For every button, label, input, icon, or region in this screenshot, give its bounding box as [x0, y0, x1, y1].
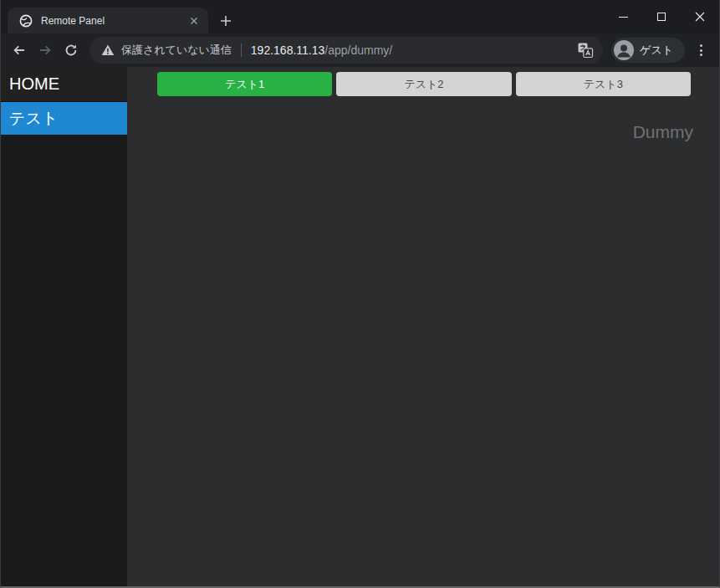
url-path: /app/dummy/: [324, 43, 392, 57]
minimize-icon: [619, 17, 628, 18]
browser-window: Remote Panel: [0, 0, 720, 588]
test-button-row: テスト1 テスト2 テスト3: [157, 72, 691, 96]
new-tab-button[interactable]: [215, 10, 237, 32]
sidebar: HOME テスト: [1, 67, 127, 586]
security-warning-icon[interactable]: [101, 43, 115, 57]
reload-icon: [64, 43, 79, 58]
test3-button[interactable]: テスト3: [516, 72, 691, 96]
sidebar-item-label: テスト: [9, 108, 58, 130]
titlebar: Remote Panel: [1, 0, 719, 33]
reload-button[interactable]: [59, 38, 83, 62]
maximize-button[interactable]: [642, 0, 681, 33]
test1-button[interactable]: テスト1: [157, 72, 332, 96]
minimize-button[interactable]: [604, 0, 642, 33]
window-controls: [604, 0, 719, 33]
url-text[interactable]: 192.168.11.13/app/dummy/: [251, 43, 569, 57]
dummy-watermark: Dummy: [127, 122, 693, 142]
profile-chip[interactable]: ゲスト: [611, 38, 685, 63]
url-host: 192.168.11.13: [251, 43, 325, 57]
address-bar[interactable]: 保護されていない通信 192.168.11.13/app/dummy/: [89, 37, 603, 64]
omnibox-divider: [241, 43, 242, 57]
close-icon: [695, 12, 705, 22]
tab-title: Remote Panel: [41, 15, 186, 27]
maximize-icon: [657, 13, 666, 21]
forward-icon: [38, 43, 53, 58]
translate-icon: [577, 42, 594, 59]
sidebar-item-home[interactable]: HOME: [1, 67, 127, 102]
test2-button[interactable]: テスト2: [336, 72, 511, 96]
person-icon: [614, 40, 634, 60]
sidebar-item-test[interactable]: テスト: [1, 102, 127, 135]
back-icon: [12, 43, 27, 58]
close-button[interactable]: [681, 0, 719, 33]
forward-button[interactable]: [33, 38, 57, 62]
browser-toolbar: 保護されていない通信 192.168.11.13/app/dummy/: [1, 33, 719, 67]
security-warning-text[interactable]: 保護されていない通信: [121, 43, 232, 58]
profile-name: ゲスト: [640, 43, 673, 58]
main-panel: テスト1 テスト2 テスト3 Dummy: [127, 67, 719, 586]
browser-tab[interactable]: Remote Panel: [8, 8, 208, 33]
page-content: HOME テスト テスト1 テスト2 テスト3 Dummy: [1, 67, 719, 586]
sidebar-item-label: HOME: [9, 74, 59, 94]
translate-button[interactable]: [576, 41, 595, 59]
globe-icon: [19, 14, 33, 28]
kebab-menu-icon[interactable]: [691, 39, 711, 61]
back-button[interactable]: [8, 38, 31, 62]
tab-close-icon[interactable]: [186, 13, 202, 28]
